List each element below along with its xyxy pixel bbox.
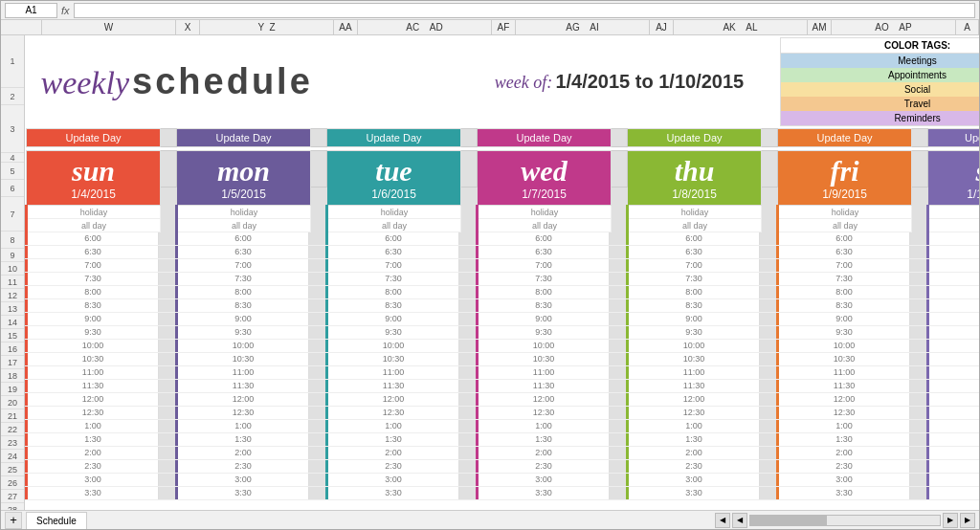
time-cell-day5-1:00[interactable]: 1:00	[776, 420, 910, 432]
time-cell-day4-1:00[interactable]: 1:00	[626, 420, 760, 432]
cell-allday-fri[interactable]: all day	[778, 219, 912, 232]
time-cell-day5-10:30[interactable]: 10:30	[776, 353, 910, 365]
time-cell-day5-3:30[interactable]: 3:30	[776, 487, 910, 499]
time-cell-day6-9:00[interactable]: 9:00	[926, 313, 979, 325]
time-cell-day1-3:30[interactable]: 3:30	[175, 487, 309, 499]
time-cell-day3-7:30[interactable]: 7:30	[476, 273, 610, 285]
time-cell-day4-6:00[interactable]: 6:00	[626, 232, 760, 245]
time-cell-day1-2:00[interactable]: 2:00	[175, 447, 309, 459]
time-cell-day0-2:30[interactable]: 2:30	[25, 460, 159, 473]
update-day-thu[interactable]: Update Day	[628, 129, 762, 147]
time-cell-day2-7:00[interactable]: 7:00	[325, 259, 459, 272]
time-cell-day6-6:30[interactable]: 6:30	[926, 246, 979, 258]
time-cell-day1-12:00[interactable]: 12:00	[175, 393, 309, 406]
scroll-left-button[interactable]: ◀	[715, 513, 730, 528]
time-cell-day1-10:30[interactable]: 10:30	[175, 353, 309, 365]
time-cell-day4-2:30[interactable]: 2:30	[626, 460, 760, 473]
time-cell-day6-3:30[interactable]: 3:30	[926, 487, 979, 499]
formula-input[interactable]	[74, 3, 975, 18]
time-cell-day0-9:00[interactable]: 9:00	[25, 313, 159, 325]
time-cell-day2-10:00[interactable]: 10:00	[325, 340, 459, 352]
time-cell-day4-3:30[interactable]: 3:30	[626, 487, 760, 499]
time-cell-day4-12:00[interactable]: 12:00	[626, 393, 760, 406]
update-day-sun[interactable]: Update Day	[27, 129, 161, 147]
time-cell-day6-11:30[interactable]: 11:30	[926, 380, 979, 392]
time-cell-day4-8:30[interactable]: 8:30	[626, 299, 760, 312]
time-cell-day6-2:00[interactable]: 2:00	[926, 447, 979, 459]
time-cell-day0-3:30[interactable]: 3:30	[25, 487, 159, 499]
time-cell-day0-12:30[interactable]: 12:30	[25, 407, 159, 419]
time-cell-day0-11:30[interactable]: 11:30	[25, 380, 159, 392]
time-cell-day2-9:30[interactable]: 9:30	[325, 326, 459, 339]
add-sheet-button[interactable]: +	[5, 512, 22, 529]
time-cell-day2-12:00[interactable]: 12:00	[325, 393, 459, 406]
update-day-tue[interactable]: Update Day	[327, 129, 461, 147]
horizontal-scrollbar[interactable]	[749, 515, 941, 526]
time-cell-day1-7:00[interactable]: 7:00	[175, 259, 309, 272]
time-cell-day2-7:30[interactable]: 7:30	[325, 273, 459, 285]
time-cell-day1-9:30[interactable]: 9:30	[175, 326, 309, 339]
time-cell-day1-10:00[interactable]: 10:00	[175, 340, 309, 352]
time-cell-day3-10:00[interactable]: 10:00	[476, 340, 610, 352]
time-cell-day6-1:30[interactable]: 1:30	[926, 433, 979, 446]
time-cell-day5-7:30[interactable]: 7:30	[776, 273, 910, 285]
time-cell-day6-1:00[interactable]: 1:00	[926, 420, 979, 432]
time-cell-day5-9:30[interactable]: 9:30	[776, 326, 910, 339]
time-cell-day5-11:00[interactable]: 11:00	[776, 366, 910, 379]
time-cell-day4-8:00[interactable]: 8:00	[626, 286, 760, 298]
cell-holiday-sun[interactable]: holiday	[27, 206, 161, 219]
time-cell-day6-12:30[interactable]: 12:30	[926, 407, 979, 419]
time-cell-day6-7:30[interactable]: 7:30	[926, 273, 979, 285]
time-cell-day2-6:30[interactable]: 6:30	[325, 246, 459, 258]
time-cell-day3-8:30[interactable]: 8:30	[476, 299, 610, 312]
time-cell-day1-1:00[interactable]: 1:00	[175, 420, 309, 432]
time-cell-day4-2:00[interactable]: 2:00	[626, 447, 760, 459]
time-cell-day0-1:30[interactable]: 1:30	[25, 433, 159, 446]
time-cell-day6-8:00[interactable]: 8:00	[926, 286, 979, 298]
time-cell-day1-11:30[interactable]: 11:30	[175, 380, 309, 392]
time-cell-day0-8:30[interactable]: 8:30	[25, 299, 159, 312]
time-cell-day3-6:30[interactable]: 6:30	[476, 246, 610, 258]
time-cell-day3-6:00[interactable]: 6:00	[476, 232, 610, 245]
name-box[interactable]	[5, 3, 57, 18]
time-cell-day3-2:30[interactable]: 2:30	[476, 460, 610, 473]
time-cell-day0-7:30[interactable]: 7:30	[25, 273, 159, 285]
time-cell-day4-9:00[interactable]: 9:00	[626, 313, 760, 325]
cell-allday-sun[interactable]: all day	[27, 219, 161, 232]
time-cell-day4-7:30[interactable]: 7:30	[626, 273, 760, 285]
time-cell-day4-9:30[interactable]: 9:30	[626, 326, 760, 339]
time-cell-day5-12:00[interactable]: 12:00	[776, 393, 910, 406]
time-cell-day5-6:30[interactable]: 6:30	[776, 246, 910, 258]
time-cell-day3-12:30[interactable]: 12:30	[476, 407, 610, 419]
time-cell-day4-11:30[interactable]: 11:30	[626, 380, 760, 392]
time-cell-day4-1:30[interactable]: 1:30	[626, 433, 760, 446]
time-cell-day5-11:30[interactable]: 11:30	[776, 380, 910, 392]
time-cell-day2-12:30[interactable]: 12:30	[325, 407, 459, 419]
time-cell-day3-9:00[interactable]: 9:00	[476, 313, 610, 325]
time-cell-day0-3:00[interactable]: 3:00	[25, 474, 159, 486]
time-cell-day3-1:30[interactable]: 1:30	[476, 433, 610, 446]
time-cell-day5-2:30[interactable]: 2:30	[776, 460, 910, 473]
time-cell-day1-9:00[interactable]: 9:00	[175, 313, 309, 325]
time-cell-day0-10:30[interactable]: 10:30	[25, 353, 159, 365]
time-cell-day1-3:00[interactable]: 3:00	[175, 474, 309, 486]
time-cell-day1-11:00[interactable]: 11:00	[175, 366, 309, 379]
time-cell-day6-10:30[interactable]: 10:30	[926, 353, 979, 365]
time-cell-day2-2:00[interactable]: 2:00	[325, 447, 459, 459]
cell-holiday-tue[interactable]: holiday	[327, 206, 461, 219]
time-cell-day2-3:30[interactable]: 3:30	[325, 487, 459, 499]
time-cell-day1-1:30[interactable]: 1:30	[175, 433, 309, 446]
time-cell-day5-2:00[interactable]: 2:00	[776, 447, 910, 459]
time-cell-day2-6:00[interactable]: 6:00	[325, 232, 459, 245]
time-cell-day0-9:30[interactable]: 9:30	[25, 326, 159, 339]
time-cell-day5-1:30[interactable]: 1:30	[776, 433, 910, 446]
time-cell-day4-3:00[interactable]: 3:00	[626, 474, 760, 486]
scroll-left2-button[interactable]: ◀	[732, 513, 747, 528]
time-cell-day6-7:00[interactable]: 7:00	[926, 259, 979, 272]
update-day-mon[interactable]: Update Day	[177, 129, 311, 147]
time-cell-day4-10:30[interactable]: 10:30	[626, 353, 760, 365]
time-cell-day3-11:30[interactable]: 11:30	[476, 380, 610, 392]
time-cell-day3-1:00[interactable]: 1:00	[476, 420, 610, 432]
time-cell-day6-8:30[interactable]: 8:30	[926, 299, 979, 312]
time-cell-day2-11:30[interactable]: 11:30	[325, 380, 459, 392]
